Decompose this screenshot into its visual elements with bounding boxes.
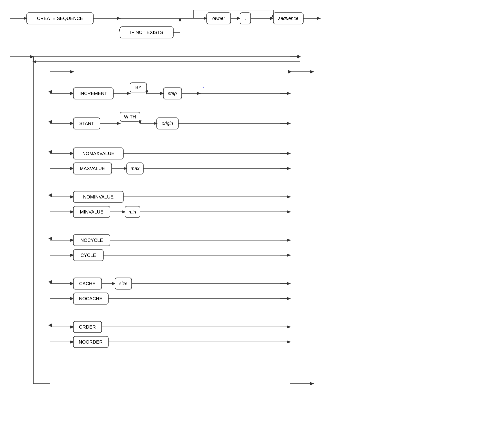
owner-label: owner <box>212 16 225 21</box>
increment-label: INCREMENT <box>79 91 107 96</box>
order-label: ORDER <box>79 324 96 330</box>
nomaxvalue-label: NOMAXVALUE <box>82 151 114 156</box>
footnote-1: 1 <box>203 86 205 91</box>
diagram-container: CREATE SEQUENCE IF NOT EXISTS owner . <box>0 0 504 423</box>
cycle-label: CYCLE <box>81 253 96 258</box>
with-label: WITH <box>124 114 136 119</box>
minvalue-label: MINVALUE <box>80 209 104 215</box>
dot-label: . <box>245 16 246 21</box>
max-label: max <box>131 166 140 171</box>
min-label: min <box>129 209 136 215</box>
size-label: size <box>119 281 128 286</box>
start-label: START <box>79 121 94 126</box>
create-sequence-label: CREATE SEQUENCE <box>37 16 83 21</box>
noorder-label: NOORDER <box>79 339 103 345</box>
nominvalue-label: NOMINVALUE <box>83 194 114 199</box>
cache-label: CACHE <box>79 281 95 286</box>
step-label: step <box>168 91 177 96</box>
sequence-label: sequence <box>278 16 299 21</box>
maxvalue-label: MAXVALUE <box>80 166 105 171</box>
if-not-exists-label: IF NOT EXISTS <box>130 30 163 35</box>
origin-label: origin <box>162 121 173 126</box>
nocycle-label: NOCYCLE <box>80 238 103 243</box>
nocache-label: NOCACHE <box>79 296 102 301</box>
by-label: BY <box>135 85 142 90</box>
